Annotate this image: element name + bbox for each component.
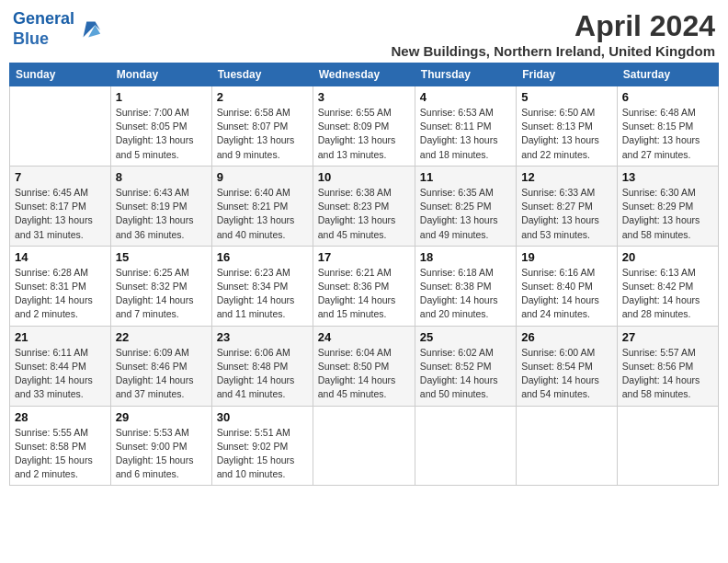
day-info: Sunrise: 6:30 AM Sunset: 8:29 PM Dayligh… [622,186,713,242]
day-info: Sunrise: 6:33 AM Sunset: 8:27 PM Dayligh… [521,186,612,242]
day-number: 30 [217,410,308,424]
day-info: Sunrise: 6:40 AM Sunset: 8:21 PM Dayligh… [217,186,308,242]
page-title: April 2024 [391,9,715,43]
calendar-week-4: 21Sunrise: 6:11 AM Sunset: 8:44 PM Dayli… [10,326,719,406]
day-number: 18 [420,250,511,264]
day-number: 24 [318,330,410,344]
col-header-friday: Friday [517,63,618,86]
calendar-cell: 5Sunrise: 6:50 AM Sunset: 8:13 PM Daylig… [517,86,618,167]
day-number: 5 [521,90,612,104]
calendar-cell: 14Sunrise: 6:28 AM Sunset: 8:31 PM Dayli… [10,246,111,326]
calendar-cell: 6Sunrise: 6:48 AM Sunset: 8:15 PM Daylig… [617,86,718,167]
calendar-cell [313,406,415,486]
calendar-cell: 30Sunrise: 5:51 AM Sunset: 9:02 PM Dayli… [211,406,313,486]
calendar-week-5: 28Sunrise: 5:55 AM Sunset: 8:58 PM Dayli… [10,406,719,486]
day-number: 17 [318,250,410,264]
day-number: 8 [116,170,207,184]
day-info: Sunrise: 6:00 AM Sunset: 8:54 PM Dayligh… [521,346,612,402]
day-info: Sunrise: 6:38 AM Sunset: 8:23 PM Dayligh… [318,186,410,242]
calendar-cell: 22Sunrise: 6:09 AM Sunset: 8:46 PM Dayli… [110,326,211,406]
day-number: 3 [318,90,410,104]
day-info: Sunrise: 6:28 AM Sunset: 8:31 PM Dayligh… [15,266,106,322]
day-number: 23 [217,330,308,344]
day-info: Sunrise: 6:35 AM Sunset: 8:25 PM Dayligh… [420,186,511,242]
calendar-cell: 18Sunrise: 6:18 AM Sunset: 8:38 PM Dayli… [415,246,516,326]
calendar-week-3: 14Sunrise: 6:28 AM Sunset: 8:31 PM Dayli… [10,246,719,326]
day-info: Sunrise: 6:58 AM Sunset: 8:07 PM Dayligh… [217,106,308,162]
day-number: 1 [116,90,207,104]
calendar-cell: 24Sunrise: 6:04 AM Sunset: 8:50 PM Dayli… [313,326,415,406]
calendar-cell: 7Sunrise: 6:45 AM Sunset: 8:17 PM Daylig… [10,166,111,246]
day-number: 25 [420,330,511,344]
calendar-cell: 16Sunrise: 6:23 AM Sunset: 8:34 PM Dayli… [211,246,313,326]
calendar-cell: 1Sunrise: 7:00 AM Sunset: 8:05 PM Daylig… [110,86,211,167]
calendar-week-2: 7Sunrise: 6:45 AM Sunset: 8:17 PM Daylig… [10,166,719,246]
day-info: Sunrise: 6:02 AM Sunset: 8:52 PM Dayligh… [420,346,511,402]
calendar-cell: 13Sunrise: 6:30 AM Sunset: 8:29 PM Dayli… [617,166,718,246]
day-info: Sunrise: 6:21 AM Sunset: 8:36 PM Dayligh… [318,266,410,322]
day-number: 20 [622,250,713,264]
day-number: 6 [622,90,713,104]
day-number: 14 [15,250,106,264]
calendar-table: SundayMondayTuesdayWednesdayThursdayFrid… [9,63,719,486]
day-info: Sunrise: 6:09 AM Sunset: 8:46 PM Dayligh… [116,346,207,402]
calendar-cell: 9Sunrise: 6:40 AM Sunset: 8:21 PM Daylig… [211,166,313,246]
day-info: Sunrise: 6:11 AM Sunset: 8:44 PM Dayligh… [15,346,106,402]
logo-general: General [13,9,74,28]
col-header-tuesday: Tuesday [211,63,313,86]
day-number: 28 [15,410,106,424]
logo-icon [76,17,102,42]
calendar-cell [10,86,111,167]
day-number: 19 [521,250,612,264]
day-number: 10 [318,170,410,184]
day-info: Sunrise: 6:45 AM Sunset: 8:17 PM Dayligh… [15,186,106,242]
calendar-cell: 20Sunrise: 6:13 AM Sunset: 8:42 PM Dayli… [617,246,718,326]
calendar-cell: 2Sunrise: 6:58 AM Sunset: 8:07 PM Daylig… [211,86,313,167]
day-info: Sunrise: 5:55 AM Sunset: 8:58 PM Dayligh… [15,426,106,482]
day-info: Sunrise: 6:13 AM Sunset: 8:42 PM Dayligh… [622,266,713,322]
calendar-cell: 8Sunrise: 6:43 AM Sunset: 8:19 PM Daylig… [110,166,211,246]
calendar-cell: 10Sunrise: 6:38 AM Sunset: 8:23 PM Dayli… [313,166,415,246]
day-info: Sunrise: 6:06 AM Sunset: 8:48 PM Dayligh… [217,346,308,402]
logo: General Blue [13,9,102,49]
calendar-cell: 12Sunrise: 6:33 AM Sunset: 8:27 PM Dayli… [517,166,618,246]
logo-blue: Blue [13,29,49,48]
day-number: 12 [521,170,612,184]
calendar-cell: 25Sunrise: 6:02 AM Sunset: 8:52 PM Dayli… [415,326,516,406]
day-number: 4 [420,90,511,104]
day-info: Sunrise: 6:50 AM Sunset: 8:13 PM Dayligh… [521,106,612,162]
calendar-cell: 21Sunrise: 6:11 AM Sunset: 8:44 PM Dayli… [10,326,111,406]
calendar-cell: 15Sunrise: 6:25 AM Sunset: 8:32 PM Dayli… [110,246,211,326]
col-header-wednesday: Wednesday [313,63,415,86]
day-info: Sunrise: 6:18 AM Sunset: 8:38 PM Dayligh… [420,266,511,322]
calendar-header-row: SundayMondayTuesdayWednesdayThursdayFrid… [10,63,719,86]
col-header-thursday: Thursday [415,63,516,86]
day-number: 29 [116,410,207,424]
day-number: 9 [217,170,308,184]
day-number: 16 [217,250,308,264]
calendar-cell: 28Sunrise: 5:55 AM Sunset: 8:58 PM Dayli… [10,406,111,486]
day-info: Sunrise: 6:23 AM Sunset: 8:34 PM Dayligh… [217,266,308,322]
day-info: Sunrise: 5:51 AM Sunset: 9:02 PM Dayligh… [217,426,308,482]
col-header-monday: Monday [110,63,211,86]
day-info: Sunrise: 6:04 AM Sunset: 8:50 PM Dayligh… [318,346,410,402]
title-block: April 2024 New Buildings, Northern Irela… [391,9,715,59]
day-info: Sunrise: 5:53 AM Sunset: 9:00 PM Dayligh… [116,426,207,482]
calendar-week-1: 1Sunrise: 7:00 AM Sunset: 8:05 PM Daylig… [10,86,719,167]
day-number: 26 [521,330,612,344]
day-number: 21 [15,330,106,344]
calendar-cell: 26Sunrise: 6:00 AM Sunset: 8:54 PM Dayli… [517,326,618,406]
day-info: Sunrise: 6:25 AM Sunset: 8:32 PM Dayligh… [116,266,207,322]
col-header-sunday: Sunday [10,63,111,86]
day-number: 27 [622,330,713,344]
day-number: 13 [622,170,713,184]
calendar-cell [517,406,618,486]
day-number: 22 [116,330,207,344]
col-header-saturday: Saturday [617,63,718,86]
day-number: 11 [420,170,511,184]
calendar-cell: 17Sunrise: 6:21 AM Sunset: 8:36 PM Dayli… [313,246,415,326]
calendar-cell [617,406,718,486]
calendar-cell: 4Sunrise: 6:53 AM Sunset: 8:11 PM Daylig… [415,86,516,167]
day-info: Sunrise: 6:48 AM Sunset: 8:15 PM Dayligh… [622,106,713,162]
day-info: Sunrise: 6:16 AM Sunset: 8:40 PM Dayligh… [521,266,612,322]
